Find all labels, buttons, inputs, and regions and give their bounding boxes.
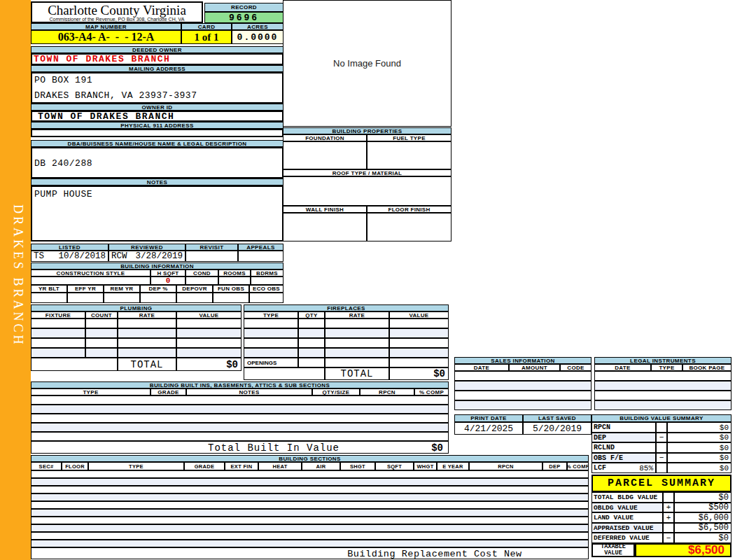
listed-by: TS: [34, 251, 44, 261]
effyr-value[interactable]: [67, 293, 104, 303]
ps-op-land: +: [663, 512, 674, 523]
depovr-header: DEPOVR: [176, 285, 213, 293]
last-saved-header: LAST SAVED: [523, 414, 592, 422]
floor-finish-value[interactable]: [367, 213, 451, 241]
bvs-value-obs: $0: [667, 453, 732, 463]
fireplaces-row-cell: [389, 338, 449, 348]
reviewed-value-cell[interactable]: RCW 3/28/2019: [108, 251, 186, 262]
ps-op-totalbldg: [663, 492, 674, 503]
legal-row: [594, 381, 732, 391]
bvs-value-rclnd: $0: [667, 442, 732, 453]
legal-col-date: DATE: [594, 364, 651, 371]
plumbing-total-label: TOTAL: [118, 358, 176, 371]
deppct-header: DEP %: [140, 285, 176, 293]
record-value: 9696: [204, 12, 284, 23]
wall-finish-header: WALL FINISH: [283, 206, 367, 213]
bs-row: [31, 517, 589, 524]
mailing-line2: DRAKES BRANCH, VA 23937-3937: [34, 90, 197, 101]
plumbing-row-cell: [118, 338, 176, 348]
plumbing-row-cell: [85, 328, 118, 338]
mailing-address-box[interactable]: PO BOX 191 DRAKES BRANCH, VA 23937-3937: [31, 72, 284, 104]
fireplaces-row-cell: [325, 348, 389, 358]
fuel-type-value[interactable]: [367, 141, 451, 169]
fireplaces-openings-qty[interactable]: [298, 358, 325, 368]
depovr-value[interactable]: [176, 293, 213, 303]
owner-id-value[interactable]: TOWN OF DRAKES BRANCH: [31, 111, 284, 122]
owner-id-header: OWNER ID: [31, 104, 284, 111]
fireplaces-col-qty: QTY: [298, 312, 325, 318]
built-ins-col-notes: NOTES: [186, 388, 312, 396]
plumbing-row-cell: [118, 328, 176, 338]
taxable-value-amount: $6,500: [635, 543, 732, 557]
legal-row: [594, 400, 732, 410]
dba-value: DB 240/288: [34, 158, 92, 169]
ps-label-totalbldg: TOTAL BLDG VALUE: [592, 492, 663, 503]
legal-col-bookpage: BOOK PAGE: [682, 364, 732, 371]
sales-row: [454, 371, 592, 381]
building-info-header: BUILDING INFORMATION: [31, 262, 284, 270]
roof-type-value[interactable]: [283, 176, 451, 206]
reviewed-by: RCW: [111, 251, 127, 261]
record-header: RECORD: [204, 3, 284, 12]
remyr-value[interactable]: [104, 293, 140, 303]
fireplaces-row-cell: [298, 318, 325, 328]
plumbing-row-cell: [118, 318, 176, 328]
fireplaces-row-cell: [298, 328, 325, 338]
sales-row: [454, 391, 592, 400]
building-sections-header: BUILDING SECTIONS: [31, 455, 589, 462]
plumbing-header: PLUMBING: [31, 304, 241, 312]
card-value[interactable]: 1 of 1: [181, 30, 232, 44]
sales-row: [454, 381, 592, 391]
plumbing-row-cell: [85, 318, 118, 328]
bs-row: [31, 501, 589, 509]
building-properties-header: BUILDING PROPERTIES: [283, 127, 451, 134]
appeals-value-cell[interactable]: [238, 251, 284, 262]
deppct-value[interactable]: [140, 293, 176, 303]
lcf-text: LCF: [594, 464, 606, 472]
ecoobs-value[interactable]: [249, 293, 284, 303]
built-ins-row: [31, 405, 449, 414]
fireplaces-row-cell: [325, 318, 389, 328]
bvs-value-dep: $0: [667, 433, 732, 442]
fireplaces-row-cell: [389, 328, 449, 338]
bs-footer-label: Building Replacement Cost New: [316, 549, 554, 559]
map-number-value[interactable]: 063-A4- A- - - 12-A: [31, 30, 181, 44]
physical-911-box[interactable]: [31, 129, 284, 137]
dba-box[interactable]: DB 240/288: [31, 147, 284, 178]
bs-row: [31, 470, 589, 478]
fireplaces-col-rate: RATE: [325, 312, 389, 318]
revisit-value-cell[interactable]: [186, 251, 238, 262]
fireplaces-row-cell: [244, 328, 298, 338]
sidebar-district-label: DRAKES BRANCH: [7, 204, 25, 365]
cond-value[interactable]: [186, 276, 218, 285]
legal-row: [594, 371, 732, 381]
ps-value-obldg: $500: [674, 503, 732, 512]
ps-op-appraised: [663, 523, 674, 533]
ps-value-totalbldg: $0: [674, 492, 732, 503]
yrblt-value[interactable]: [31, 293, 67, 303]
acres-value: 0.0000: [232, 30, 284, 44]
fireplaces-row-cell: [298, 338, 325, 348]
ps-label-land: LAND VALUE: [592, 512, 663, 523]
bdrms-value[interactable]: [251, 276, 284, 285]
foundation-value[interactable]: [283, 141, 367, 169]
funobs-header: FUN OBS: [213, 285, 249, 293]
bs-col-whgt: WHGT: [414, 462, 437, 470]
plumbing-row-cell: [31, 328, 85, 338]
notes-box[interactable]: PUMP HOUSE: [31, 186, 284, 241]
revisit-header: REVISIT: [186, 244, 238, 251]
deeded-owner-value[interactable]: TOWN OF DRAKES BRANCH: [31, 53, 284, 65]
fireplaces-total-value: $0: [389, 368, 449, 380]
plumbing-row-cell: [118, 348, 176, 358]
effyr-header: EFF YR: [67, 285, 104, 293]
built-ins-col-rpcn: RPCN: [360, 388, 414, 396]
parcel-summary-header: PARCEL SUMMARY: [592, 475, 732, 492]
funobs-value[interactable]: [213, 293, 249, 303]
floor-finish-header: FLOOR FINISH: [367, 206, 451, 213]
wall-finish-value[interactable]: [283, 213, 367, 241]
construction-style-value[interactable]: [31, 276, 150, 285]
hsqft-value[interactable]: 0: [150, 276, 186, 285]
bs-col-eyear: E YEAR: [437, 462, 469, 470]
listed-value-cell[interactable]: TS 10/8/2018: [31, 251, 108, 262]
rooms-value[interactable]: [218, 276, 251, 285]
